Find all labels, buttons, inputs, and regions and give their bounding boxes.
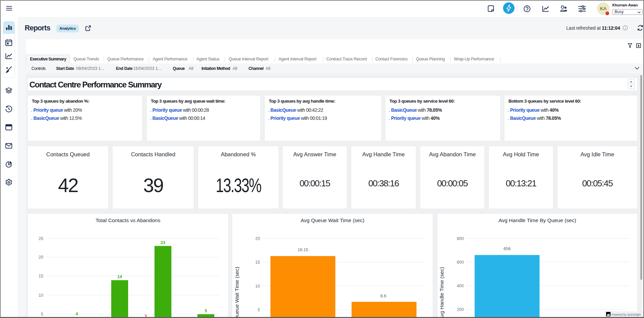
svg-text:25: 25 [39,236,43,241]
svg-text:Avg Handle Time (sec): Avg Handle Time (sec) [439,267,445,318]
svg-text:800: 800 [457,236,464,241]
svg-text:15: 15 [255,260,260,265]
svg-text:Queue Wait Time (sec): Queue Wait Time (sec) [234,267,240,318]
svg-text:20: 20 [39,255,43,260]
svg-text:5: 5 [205,309,207,313]
svg-text:20: 20 [255,236,260,241]
svg-text:600: 600 [457,260,464,265]
svg-text:10: 10 [39,293,43,298]
svg-text:6.6: 6.6 [380,294,386,298]
svg-text:23: 23 [161,240,165,245]
svg-text:4: 4 [76,312,78,316]
svg-text:16.15: 16.15 [297,247,308,252]
svg-text:400: 400 [457,284,464,288]
svg-text:14: 14 [117,274,122,279]
svg-text:10: 10 [255,284,260,289]
svg-text:200: 200 [457,307,464,312]
svg-text:5: 5 [258,308,260,312]
svg-text:15: 15 [39,274,43,279]
svg-text:5: 5 [41,312,43,317]
svg-text:656: 656 [504,246,511,251]
